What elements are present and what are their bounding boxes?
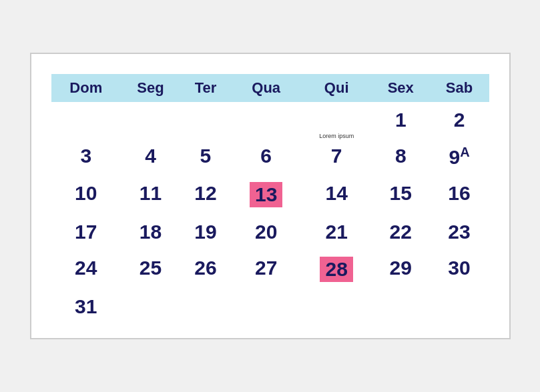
day-number: 11 xyxy=(140,182,162,204)
days-header-row: DomSegTerQuaQuiSexSab xyxy=(51,74,489,102)
day-cell-17[interactable]: 17 xyxy=(51,214,121,250)
day-cell-empty[interactable] xyxy=(180,102,231,138)
day-cell-11[interactable]: 11 xyxy=(121,175,180,214)
day-number: 26 xyxy=(194,257,216,279)
day-header-qua: Qua xyxy=(231,74,301,102)
week-row-5: 31 xyxy=(51,289,489,325)
day-cell-empty[interactable] xyxy=(121,102,180,138)
day-header-dom: Dom xyxy=(51,74,121,102)
day-cell-6[interactable]: 6 xyxy=(231,138,301,175)
day-cell-empty[interactable] xyxy=(430,289,489,325)
day-header-qui: Qui xyxy=(301,74,371,102)
week-row-4: 24252627282930 xyxy=(51,250,489,289)
week-row-3: 17181920212223 xyxy=(51,214,489,250)
day-cell-15[interactable]: 15 xyxy=(372,175,430,214)
day-cell-13[interactable]: 13 xyxy=(231,175,301,214)
day-number: 3 xyxy=(80,145,91,167)
day-cell-empty[interactable] xyxy=(301,289,371,325)
day-cell-29[interactable]: 29 xyxy=(372,250,430,289)
day-cell-empty[interactable] xyxy=(231,289,301,325)
day-cell-21[interactable]: 21 xyxy=(301,214,371,250)
day-number: 16 xyxy=(448,182,470,204)
day-header-seg: Seg xyxy=(121,74,180,102)
day-cell-empty[interactable] xyxy=(121,289,180,325)
day-cell-26[interactable]: 26 xyxy=(180,250,231,289)
day-cell-12[interactable]: 12 xyxy=(180,175,231,214)
day-cell-5[interactable]: 5 xyxy=(180,138,231,175)
day-cell-30[interactable]: 30 xyxy=(430,250,489,289)
week-row-2: 10111213141516 xyxy=(51,175,489,214)
day-number: 25 xyxy=(140,257,162,279)
day-cell-22[interactable]: 22 xyxy=(372,214,430,250)
day-number: 31 xyxy=(75,295,97,317)
day-cell-27[interactable]: 27 xyxy=(231,250,301,289)
day-cell-24[interactable]: 24 xyxy=(51,250,121,289)
day-number: 13 xyxy=(250,182,282,207)
day-number: 8 xyxy=(395,145,407,167)
day-cell-7[interactable]: Lorem ipsum7 xyxy=(301,138,371,175)
day-number: 23 xyxy=(448,221,470,243)
day-cell-10[interactable]: 10 xyxy=(51,175,121,214)
day-cell-9A[interactable]: 9A xyxy=(430,138,489,175)
day-number: 10 xyxy=(75,182,97,204)
day-number: 4 xyxy=(145,145,156,167)
day-number: 7 xyxy=(331,145,342,167)
week-row-1: 3456Lorem ipsum789A xyxy=(51,138,489,175)
day-cell-16[interactable]: 16 xyxy=(430,175,489,214)
day-number: 27 xyxy=(255,257,277,279)
calendar-container: DomSegTerQuaQuiSexSab 123456Lorem ipsum7… xyxy=(30,53,511,339)
day-cell-2[interactable]: 2 xyxy=(430,102,489,138)
day-number: 29 xyxy=(390,257,412,279)
day-number: 19 xyxy=(194,221,216,243)
day-number: 15 xyxy=(390,182,412,204)
day-cell-18[interactable]: 18 xyxy=(121,214,180,250)
day-number: 14 xyxy=(325,182,347,204)
day-header-ter: Ter xyxy=(180,74,231,102)
day-cell-3[interactable]: 3 xyxy=(51,138,121,175)
day-number: 5 xyxy=(200,145,212,167)
day-cell-28[interactable]: 28 xyxy=(301,250,371,289)
day-cell-19[interactable]: 19 xyxy=(180,214,231,250)
day-header-sab: Sab xyxy=(430,74,489,102)
day-cell-23[interactable]: 23 xyxy=(430,214,489,250)
day-number: 18 xyxy=(140,221,162,243)
day-cell-empty[interactable] xyxy=(372,289,430,325)
day-number: 1 xyxy=(395,109,407,131)
day-header-sex: Sex xyxy=(372,74,430,102)
day-number: 12 xyxy=(194,182,216,204)
day-cell-1[interactable]: 1 xyxy=(372,102,430,138)
calendar-grid: DomSegTerQuaQuiSexSab 123456Lorem ipsum7… xyxy=(51,74,489,325)
day-number: 6 xyxy=(260,145,272,167)
day-cell-empty[interactable] xyxy=(51,102,121,138)
day-number: 20 xyxy=(255,221,277,243)
day-number: 22 xyxy=(390,221,412,243)
day-cell-20[interactable]: 20 xyxy=(231,214,301,250)
day-number: 28 xyxy=(320,257,352,282)
day-cell-8[interactable]: 8 xyxy=(372,138,430,175)
day-cell-4[interactable]: 4 xyxy=(121,138,180,175)
day-number: 21 xyxy=(325,221,347,243)
note-text: Lorem ipsum xyxy=(319,133,354,139)
week-row-0: 12 xyxy=(51,102,489,138)
day-number: 24 xyxy=(75,257,97,279)
day-cell-empty[interactable] xyxy=(231,102,301,138)
day-cell-31[interactable]: 31 xyxy=(51,289,121,325)
day-number: 2 xyxy=(454,109,465,131)
day-number: 17 xyxy=(75,221,97,243)
day-cell-25[interactable]: 25 xyxy=(121,250,180,289)
day-cell-empty[interactable] xyxy=(180,289,231,325)
day-number: 30 xyxy=(448,257,470,279)
day-cell-14[interactable]: 14 xyxy=(301,175,371,214)
day-number: 9A xyxy=(449,146,469,168)
